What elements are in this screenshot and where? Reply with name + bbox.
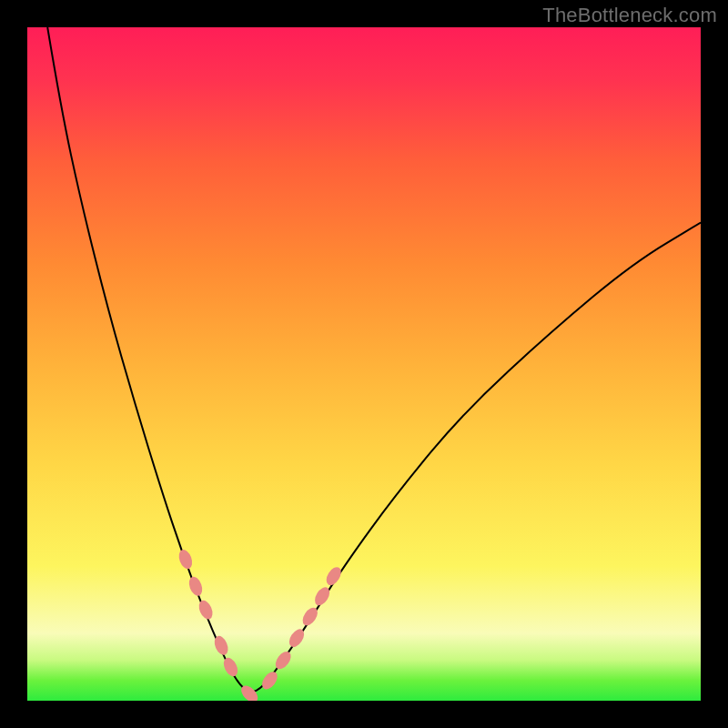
chart-frame: TheBottleneck.com: [0, 0, 728, 728]
highlight-dot: [212, 634, 231, 657]
highlight-dot: [197, 598, 216, 621]
highlight-dot: [323, 564, 344, 588]
highlight-dot: [187, 575, 205, 598]
plot-svg: [27, 27, 701, 701]
highlight-dot: [272, 649, 294, 672]
highlight-dot: [221, 655, 240, 678]
plot-area: [27, 27, 701, 701]
highlight-dot: [177, 548, 195, 571]
bottleneck-curve: [47, 27, 701, 692]
watermark-text: TheBottleneck.com: [542, 4, 717, 27]
highlight-dot: [259, 669, 281, 692]
